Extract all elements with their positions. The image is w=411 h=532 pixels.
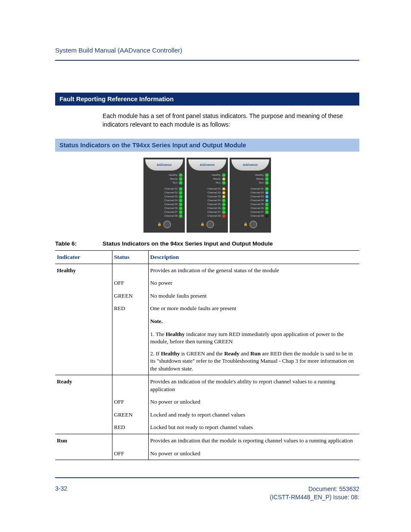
module-channel-row: Channel 02 xyxy=(188,191,226,195)
table-row: GREENLocked and ready to report channel … xyxy=(55,408,359,421)
module-channel-row: Channel 03 xyxy=(231,195,269,199)
module-channel-row: Channel 02 xyxy=(145,191,183,195)
module-channel-label: Channel 06 xyxy=(232,207,264,209)
table-row: RunProvides an indication that the modul… xyxy=(55,434,359,447)
module-channel-row: Channel 06 xyxy=(145,206,183,210)
page-footer: 3-32 Document: 553632 (ICSTT-RM448_EN_P)… xyxy=(55,477,359,502)
status-cell: RED xyxy=(112,421,148,434)
table-header-row: IndicatorStatusDescription xyxy=(55,250,359,264)
document-issue: (ICSTT-RM448_EN_P) Issue: 08: xyxy=(270,493,359,502)
module-channel-label: Channel 02 xyxy=(232,191,264,194)
module-channel-label: Channel 07 xyxy=(189,211,221,213)
indicator-cell xyxy=(55,328,112,375)
module-status-row: Ready xyxy=(231,177,269,181)
description-cell: No power or unlocked xyxy=(148,395,359,408)
module-channel-label: Channel 04 xyxy=(146,199,177,202)
header-rule xyxy=(55,60,359,61)
module-status-label: Run xyxy=(189,181,221,184)
module-channel-label: Channel 07 xyxy=(146,211,177,213)
module-unit: AADvanceHealthyReadyRunChannel 01Channel… xyxy=(230,158,271,233)
description-cell: Provides an indication of the module's a… xyxy=(148,375,359,396)
module-status-row: Ready xyxy=(145,177,183,181)
module-channel-row: Channel 04 xyxy=(188,199,226,202)
led-icon xyxy=(222,174,225,177)
lock-icon: 🔒 xyxy=(243,222,248,226)
led-icon xyxy=(265,211,268,214)
module-channel-row: Channel 05 xyxy=(188,202,226,206)
module-unit: AADvanceHealthyReadyRunChannel 01Channel… xyxy=(187,158,228,233)
module-channel-label: Channel 01 xyxy=(146,187,177,190)
indicator-name: Ready xyxy=(55,375,112,396)
table-caption: Table 6: Status Indicators on the 94xx S… xyxy=(55,240,359,247)
table-header-indicator: Indicator xyxy=(55,250,112,264)
description-cell: Provides an indication that the module i… xyxy=(148,434,359,447)
indicator-name: Healthy xyxy=(55,264,112,277)
module-status-row: Ready xyxy=(188,177,226,181)
module-channel-label: Channel 07 xyxy=(232,211,264,213)
module-channel-row: Channel 02 xyxy=(231,191,269,195)
module-channel-label: Channel 05 xyxy=(146,203,177,205)
module-channel-label: Channel 04 xyxy=(189,199,221,202)
page-number: 3-32 xyxy=(55,485,67,502)
led-icon xyxy=(265,203,268,206)
led-icon xyxy=(265,174,268,177)
module-status-label: Ready xyxy=(189,177,221,180)
led-icon xyxy=(179,211,182,214)
module-channel-label: Channel 02 xyxy=(146,191,177,194)
led-icon xyxy=(265,199,268,202)
module-status-label: Healthy xyxy=(146,174,177,176)
description-cell: No module faults present xyxy=(148,289,359,302)
section-heading-fault-reporting: Fault Reporting Reference Information xyxy=(55,93,359,106)
note-title-cell: Note. xyxy=(148,315,359,328)
intro-paragraph: Each module has a set of front panel sta… xyxy=(103,112,359,129)
description-cell: No power or unlocked xyxy=(148,447,359,460)
led-icon xyxy=(179,191,182,194)
led-icon xyxy=(222,195,225,198)
led-icon xyxy=(179,215,182,218)
status-cell xyxy=(112,434,148,447)
indicator-name: Run xyxy=(55,434,112,447)
module-channel-row: Channel 07 xyxy=(145,210,183,214)
description-cell: One or more module faults are present xyxy=(148,302,359,315)
led-icon xyxy=(179,199,182,202)
module-channel-row: Channel 07 xyxy=(188,210,226,214)
status-cell: RED xyxy=(112,302,148,315)
led-icon xyxy=(179,195,182,198)
table-caption-number: Table 6: xyxy=(55,240,103,247)
table-header-status: Status xyxy=(112,250,148,264)
led-icon xyxy=(179,177,182,180)
status-cell xyxy=(112,264,148,277)
module-channel-label: Channel 08 xyxy=(189,215,221,217)
module-status-label: Healthy xyxy=(232,174,264,176)
module-status-row: Healthy xyxy=(188,173,226,177)
module-channel-label: Channel 03 xyxy=(146,195,177,198)
led-icon xyxy=(222,191,225,194)
table-row: OFFNo power xyxy=(55,277,359,289)
module-status-label: Ready xyxy=(146,177,177,180)
led-icon xyxy=(179,207,182,210)
module-channel-row: Channel 06 xyxy=(188,206,226,210)
lock-icon: 🔒 xyxy=(157,222,162,226)
status-cell: GREEN xyxy=(112,408,148,421)
module-channel-label: Channel 06 xyxy=(146,207,177,209)
led-icon xyxy=(179,203,182,206)
module-channel-label: Channel 01 xyxy=(189,187,221,190)
module-status-row: Run xyxy=(188,181,226,185)
module-status-label: Run xyxy=(146,181,177,184)
module-brand-cap: AADvance xyxy=(231,159,269,171)
module-lock-area: 🔒 xyxy=(231,221,269,228)
indicator-cell xyxy=(55,408,112,421)
status-cell: GREEN xyxy=(112,289,148,302)
description-cell: Locked but not ready to report channel v… xyxy=(148,421,359,434)
indicator-cell xyxy=(55,395,112,408)
module-channel-label: Channel 06 xyxy=(189,207,221,209)
table-row: HealthyProvides an indication of the gen… xyxy=(55,264,359,277)
description-cell: Locked and ready to report channel value… xyxy=(148,408,359,421)
table-header-description: Description xyxy=(148,250,359,264)
led-icon xyxy=(222,215,225,218)
module-channel-row: Channel 05 xyxy=(145,202,183,206)
module-lock-area: 🔒 xyxy=(145,221,183,228)
description-cell: No power xyxy=(148,277,359,289)
module-channel-row: Channel 03 xyxy=(145,195,183,199)
module-channel-row: Channel 06 xyxy=(231,206,269,210)
